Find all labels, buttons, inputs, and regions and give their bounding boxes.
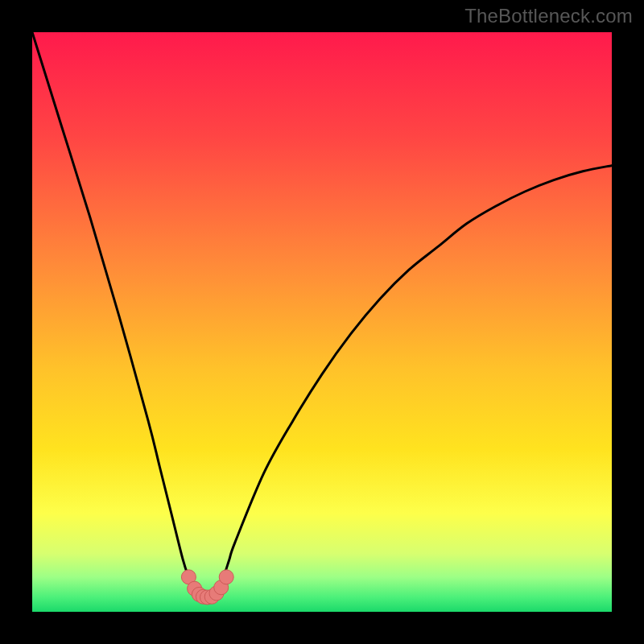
bottleneck-chart xyxy=(32,32,612,612)
gradient-background xyxy=(32,32,612,612)
chart-frame: TheBottleneck.com xyxy=(0,0,644,644)
optimal-marker xyxy=(219,570,233,584)
plot-area xyxy=(32,32,612,612)
watermark-text: TheBottleneck.com xyxy=(464,5,633,27)
